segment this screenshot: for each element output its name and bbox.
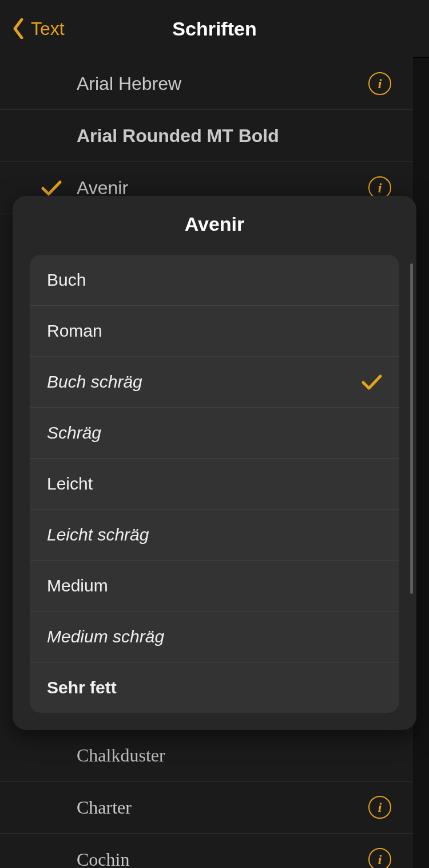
- chevron-left-icon: [13, 18, 24, 39]
- font-row-arial-rounded[interactable]: Arial Rounded MT Bold: [0, 110, 413, 162]
- font-row-charter[interactable]: Charter i: [0, 782, 413, 834]
- font-name-label: Arial Hebrew: [77, 73, 181, 94]
- popover-title: Avenir: [13, 196, 416, 255]
- weight-label: Buch schräg: [47, 372, 142, 392]
- font-name-label: Arial Rounded MT Bold: [77, 125, 279, 147]
- info-icon: i: [368, 796, 391, 819]
- weight-row-book[interactable]: Buch: [30, 255, 399, 306]
- weight-label: Sehr fett: [47, 678, 117, 697]
- weight-list: Buch Roman Buch schräg Schräg Leicht Lei…: [30, 255, 399, 713]
- back-label: Text: [31, 18, 65, 40]
- scroll-indicator[interactable]: [410, 263, 413, 594]
- checkmark-icon: [41, 180, 62, 196]
- weight-row-heavy[interactable]: Sehr fett: [30, 662, 399, 713]
- back-button[interactable]: Text: [13, 0, 65, 57]
- info-icon: i: [368, 72, 391, 95]
- checkmark-icon: [362, 374, 382, 390]
- info-button[interactable]: i: [368, 848, 391, 868]
- weight-row-medium[interactable]: Medium: [30, 561, 399, 611]
- font-row-arial-hebrew[interactable]: Arial Hebrew i: [0, 57, 413, 110]
- weight-label: Medium schräg: [47, 627, 164, 646]
- font-weight-popover: Avenir Buch Roman Buch schräg Schräg Lei…: [13, 196, 416, 730]
- font-name-label: Cochin: [77, 849, 129, 869]
- font-row-cochin[interactable]: Cochin i: [0, 834, 413, 868]
- weight-label: Schräg: [47, 423, 101, 443]
- weight-label: Leicht: [47, 474, 93, 494]
- weight-row-book-oblique[interactable]: Buch schräg: [30, 357, 399, 408]
- weight-row-medium-oblique[interactable]: Medium schräg: [30, 611, 399, 662]
- weight-row-roman[interactable]: Roman: [30, 306, 399, 357]
- weight-row-light-oblique[interactable]: Leicht schräg: [30, 510, 399, 561]
- weight-label: Roman: [47, 321, 102, 341]
- font-row-chalkduster[interactable]: Chalkduster: [0, 729, 413, 782]
- font-name-label: Avenir: [77, 177, 128, 199]
- font-name-label: Chalkduster: [77, 745, 165, 766]
- nav-bar: Text Schriften: [0, 0, 429, 58]
- popover-arrow-icon: [370, 196, 390, 197]
- font-name-label: Charter: [77, 797, 132, 818]
- weight-label: Buch: [47, 270, 86, 290]
- weight-label: Medium: [47, 576, 108, 595]
- info-button[interactable]: i: [368, 72, 391, 95]
- weight-label: Leicht schräg: [47, 525, 149, 545]
- info-icon: i: [368, 848, 391, 868]
- weight-row-oblique[interactable]: Schräg: [30, 408, 399, 459]
- weight-row-light[interactable]: Leicht: [30, 459, 399, 510]
- info-button[interactable]: i: [368, 796, 391, 819]
